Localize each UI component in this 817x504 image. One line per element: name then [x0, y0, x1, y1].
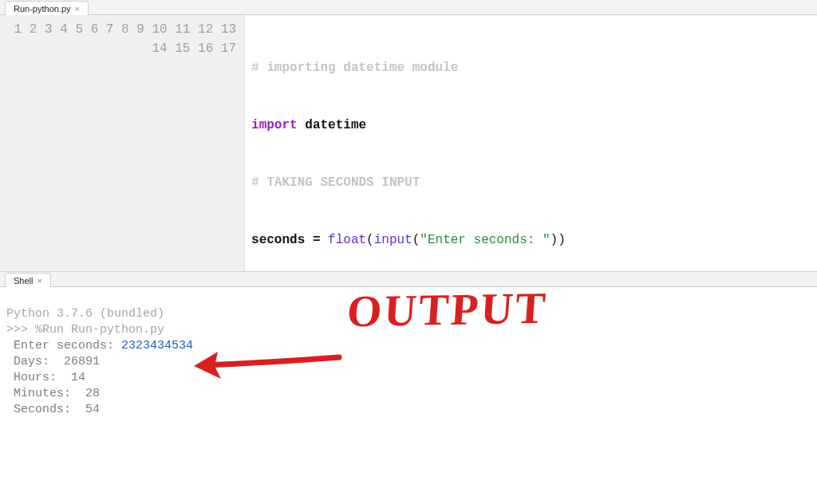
code-line: seconds = float(input("Enter seconds: ")… — [251, 230, 811, 250]
code-line: import datetime — [251, 116, 811, 135]
arrow-icon — [180, 331, 347, 387]
code-line: # TAKING SECONDS INPUT — [251, 173, 811, 192]
shell-out-seconds: Seconds: 54 — [6, 403, 100, 416]
shell-out-days: Days: 26891 — [6, 355, 100, 368]
shell-out-hours: Hours: 14 — [6, 371, 85, 384]
close-icon[interactable]: × — [37, 276, 41, 285]
shell-version: Python 3.7.6 (bundled) — [6, 307, 164, 321]
shell-panel: Shell × Python 3.7.6 (bundled) >>> %Run … — [0, 272, 817, 504]
editor-tab[interactable]: Run-python.py × — [5, 1, 89, 15]
shell-out-minutes: Minutes: 28 — [6, 387, 100, 400]
code-editor[interactable]: 1 2 3 4 5 6 7 8 9 10 11 12 13 14 15 16 1… — [0, 15, 817, 272]
shell-run-cmd: %Run Run-python.py — [35, 323, 164, 337]
shell-prompt: >>> — [6, 323, 35, 337]
close-icon[interactable]: × — [75, 4, 80, 14]
code-area[interactable]: # importing datetime module import datet… — [245, 15, 817, 271]
annotation-text: OUTPUT — [346, 300, 548, 319]
editor-tab-bar: Run-python.py × — [0, 0, 817, 15]
app-root: Run-python.py × 1 2 3 4 5 6 7 8 9 10 11 … — [0, 0, 817, 504]
shell-tab[interactable]: Shell × — [5, 273, 51, 287]
shell-enter-label: Enter seconds: — [6, 339, 121, 352]
editor-tab-label: Run-python.py — [14, 4, 71, 14]
shell-tab-label: Shell — [14, 276, 33, 285]
line-number-gutter: 1 2 3 4 5 6 7 8 9 10 11 12 13 14 15 16 1… — [0, 15, 245, 271]
code-line: # importing datetime module — [251, 58, 811, 77]
shell-output[interactable]: Python 3.7.6 (bundled) >>> %Run Run-pyth… — [0, 287, 817, 504]
